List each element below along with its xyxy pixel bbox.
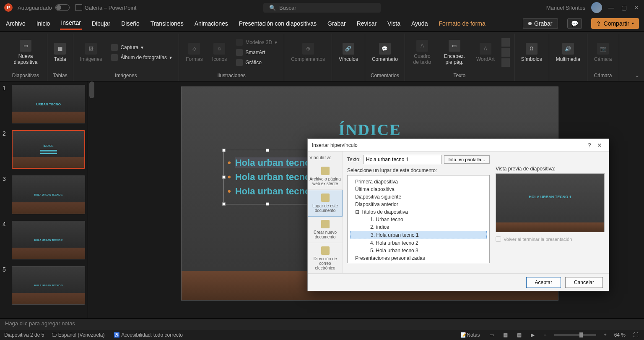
smartart-button[interactable]: SmartArt [236,48,265,57]
header-footer-button[interactable]: ▭Encabez. pie pág. [439,38,470,67]
fit-to-window-button[interactable]: ⛶ [631,332,640,338]
notes-toggle[interactable]: 📝Notas [459,332,481,338]
textbox-button[interactable]: ACuadro de texto [409,38,435,67]
cancel-button[interactable]: Cancelar [565,277,603,288]
slide-bullet-list[interactable]: Hola urban tecno 1 Hola urban tecno 2 Ho… [228,154,318,200]
record-dot-icon [528,22,532,25]
comments-pane-button[interactable]: 💬 [567,18,582,29]
media-button[interactable]: 🔊Multimedia [553,41,583,64]
reading-view-button[interactable]: ▤ [515,332,523,338]
record-button[interactable]: Grabar [523,18,558,29]
photo-album-button[interactable]: Álbum de fotografías ▾ [111,53,172,62]
slideshow-view-button[interactable]: ▶ [529,332,536,338]
tree-last-slide[interactable]: Última diapositiva [350,186,487,193]
accept-button[interactable]: Aceptar [526,277,561,288]
shapes-button[interactable]: ◇Formas [183,41,205,64]
preview-label: Vista previa de diapositiva: [496,166,605,172]
tree-slide-titles[interactable]: ⊟ Títulos de diapositiva [350,208,487,216]
date-time-button[interactable] [501,38,510,47]
tab-ayuda[interactable]: Ayuda [410,18,428,29]
tab-insertar[interactable]: Insertar [60,17,81,30]
wordart-button[interactable]: AWordArt [474,41,497,64]
link-icon: 🔗 [343,43,354,55]
tab-inicio[interactable]: Inicio [36,18,51,29]
list-item-1[interactable]: Hola urban tecno 1 [228,157,318,168]
user-avatar[interactable] [591,2,602,13]
tab-archivo[interactable]: Archivo [5,18,26,29]
tree-title-4[interactable]: 4. Hola urban tecno 2 [350,239,487,247]
tab-dibujar[interactable]: Dibujar [91,18,111,29]
slide-number-button[interactable] [501,48,510,57]
show-and-return-checkbox[interactable]: Volver al terminar la presentación [496,236,605,242]
zoom-out-button[interactable]: − [542,332,548,338]
autosave-toggle[interactable]: Autoguardado [18,4,70,11]
notes-pane[interactable]: Haga clic para agregar notas [0,318,644,330]
language-button[interactable]: 🖵 Español (Venezuela) [50,332,106,338]
new-slide-button[interactable]: ▭Nueva diapositiva [8,38,43,67]
collapse-ribbon-button[interactable]: ⌄ [635,72,640,78]
search-box[interactable]: 🔍 Buscar [263,3,381,13]
object-button[interactable] [501,58,510,67]
save-icon[interactable] [75,4,82,11]
tree-title-1[interactable]: 1. Urban tecno [350,216,487,223]
toggle-switch[interactable] [55,4,70,11]
zoom-slider[interactable] [554,334,596,336]
tab-transiciones[interactable]: Transiciones [150,18,184,29]
comment-button[interactable]: 💬Comentario [369,41,400,64]
share-button[interactable]: ⇪Compartir▾ [591,18,639,29]
images-button[interactable]: 🖼Imágenes [78,41,105,64]
dialog-help-button[interactable]: ? [584,142,595,149]
slide-title-text[interactable]: ÍNDICE [338,120,401,139]
thumbnail-scrollbar[interactable] [88,81,96,318]
dialog-close-button[interactable]: ✕ [595,142,605,149]
slide-thumbnail-3[interactable]: HOLA URBAN TECNO 1 [12,175,85,214]
tree-custom-shows[interactable]: Presentaciones personalizadas [350,254,487,262]
models-3d-button[interactable]: Modelos 3D ▾ [236,38,277,47]
cameo-button[interactable]: 📷Cámara [592,41,615,64]
list-item-2[interactable]: Hola urban tecno 2 [228,172,318,183]
zoom-in-button[interactable]: + [602,332,608,338]
links-button[interactable]: 🔗Vínculos [336,41,361,64]
tab-revisar[interactable]: Revisar [356,18,377,29]
tree-title-5[interactable]: 5. Hola urban tecno 3 [350,247,487,254]
symbols-button[interactable]: ΩSímbolos [519,41,545,64]
table-button[interactable]: ▦Tabla [52,41,69,64]
menu-bar: Archivo Inicio Insertar Dibujar Diseño T… [0,15,644,32]
tree-next-slide[interactable]: Diapositiva siguiente [350,193,487,201]
slide-thumbnail-2[interactable]: ÍNDICE [12,130,85,169]
text-to-display-input[interactable] [363,155,441,164]
addins-button[interactable]: ⊕Complementos [288,41,327,64]
group-diapositivas: Diapositivas [12,71,39,81]
minimize-button[interactable]: — [608,4,615,11]
side-email-address[interactable]: Dirección de correo electrónico [308,243,343,274]
screentip-button[interactable]: Info. en pantalla... [444,155,490,164]
normal-view-button[interactable]: ▭ [488,332,496,338]
tab-diseno[interactable]: Diseño [120,18,140,29]
sorter-view-button[interactable]: ▦ [501,332,509,338]
maximize-button[interactable]: ▢ [621,4,627,11]
place-tree[interactable]: Primera diapositiva Última diapositiva D… [347,175,490,263]
tab-animaciones[interactable]: Animaciones [194,18,229,29]
icons-button[interactable]: ☺Iconos [210,41,229,64]
tree-first-slide[interactable]: Primera diapositiva [350,178,487,186]
side-place-in-doc[interactable]: Lugar de este documento [308,190,343,217]
tree-title-2[interactable]: 2. índice [350,223,487,231]
slide-thumbnail-4[interactable]: HOLA URBAN TECNO 2 [12,221,85,259]
chart-button[interactable]: Gráfico [236,58,262,67]
close-button[interactable]: ✕ [633,4,640,11]
tab-presentacion[interactable]: Presentación con diapositivas [238,18,317,29]
tab-formato-forma[interactable]: Formato de forma [438,18,486,29]
link-to-label: Vincular a: [308,152,343,163]
ribbon: ▭Nueva diapositiva Diapositivas ▦Tabla T… [0,32,644,81]
tab-vista[interactable]: Vista [387,18,401,29]
screenshot-button[interactable]: Captura ▾ [111,43,143,52]
side-existing-file[interactable]: Archivo o página web existente [308,163,343,190]
accessibility-button[interactable]: ♿ Accesibilidad: todo correcto [112,332,184,338]
tab-grabar[interactable]: Grabar [327,18,347,29]
slide-thumbnail-5[interactable]: HOLA URBAN TECNO 3 [12,266,85,305]
list-item-3[interactable]: Hola urban tecno 3 [228,186,318,197]
tree-title-3[interactable]: 3. Hola urban tecno 1 [350,231,487,239]
side-new-document[interactable]: Crear nuevo documento [308,217,343,243]
slide-thumbnail-1[interactable]: URBAN TECNO [12,85,85,123]
tree-previous-slide[interactable]: Diapositiva anterior [350,201,487,208]
